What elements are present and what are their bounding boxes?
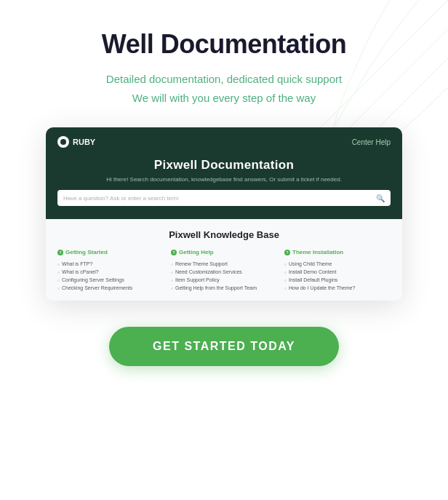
list-item: Getting Help from the Support Team <box>171 284 277 292</box>
col-theme-installation-title: ? Theme Installation <box>284 249 391 255</box>
subtitle-line2: We will with you every step of the way <box>132 92 316 104</box>
list-item: Renew Theme Support <box>171 260 277 268</box>
logo-text: RUBY <box>73 138 95 146</box>
list-item: Configuring Server Settings <box>57 276 164 284</box>
preview-search-bar[interactable]: Have a question? Ask or enter a search t… <box>57 190 391 206</box>
preview-doc-subtitle: Hi there! Search documentation, knowledg… <box>57 176 391 183</box>
preview-body: Pixwell Knowledge Base ? Getting Started… <box>46 219 402 301</box>
search-icon: 🔍 <box>376 194 385 202</box>
list-item: Checking Server Requirements <box>57 284 164 292</box>
help-link[interactable]: Center Help <box>352 138 391 146</box>
preview-nav: RUBY Center Help <box>57 136 391 148</box>
list-item: What is FTP? <box>57 260 164 268</box>
col-title-icon: ? <box>284 250 290 255</box>
list-item: Need Customization Services <box>171 268 277 276</box>
page-title: Well Documentation <box>102 29 346 60</box>
list-item: Item Support Policy <box>171 276 277 284</box>
col-getting-started-title: ? Getting Started <box>57 249 164 255</box>
page-container: Well Documentation Detailed documentatio… <box>0 0 448 500</box>
col-theme-installation: ? Theme Installation Using Child Theme I… <box>284 249 391 292</box>
logo-icon <box>57 136 69 148</box>
kb-columns: ? Getting Started What is FTP? What is c… <box>57 249 391 292</box>
preview-doc-title: Pixwell Documentation <box>57 158 391 172</box>
col-title-icon: ? <box>171 250 177 255</box>
doc-preview: RUBY Center Help Pixwell Documentation H… <box>46 127 402 301</box>
page-subtitle: Detailed documentation, dedicated quick … <box>106 70 342 107</box>
list-item: How do I Update the Theme? <box>284 284 391 292</box>
list-item: Install Demo Content <box>284 268 391 276</box>
preview-logo: RUBY <box>57 136 95 148</box>
col-getting-help-title: ? Getting Help <box>171 249 277 255</box>
search-placeholder-text: Have a question? Ask or enter a search t… <box>63 195 372 202</box>
list-item: What is cPanel? <box>57 268 164 276</box>
subtitle-line1: Detailed documentation, dedicated quick … <box>106 73 342 85</box>
get-started-button[interactable]: GET STARTED TODAY <box>109 327 339 366</box>
col-getting-started: ? Getting Started What is FTP? What is c… <box>57 249 164 292</box>
list-item: Using Child Theme <box>284 260 391 268</box>
preview-header: RUBY Center Help Pixwell Documentation H… <box>46 127 402 219</box>
list-item: Install Default Plugins <box>284 276 391 284</box>
kb-title: Pixwell Knowledge Base <box>57 229 391 240</box>
logo-icon-inner <box>60 139 66 145</box>
col-getting-help: ? Getting Help Renew Theme Support Need … <box>171 249 277 292</box>
col-title-icon: ? <box>57 250 63 255</box>
